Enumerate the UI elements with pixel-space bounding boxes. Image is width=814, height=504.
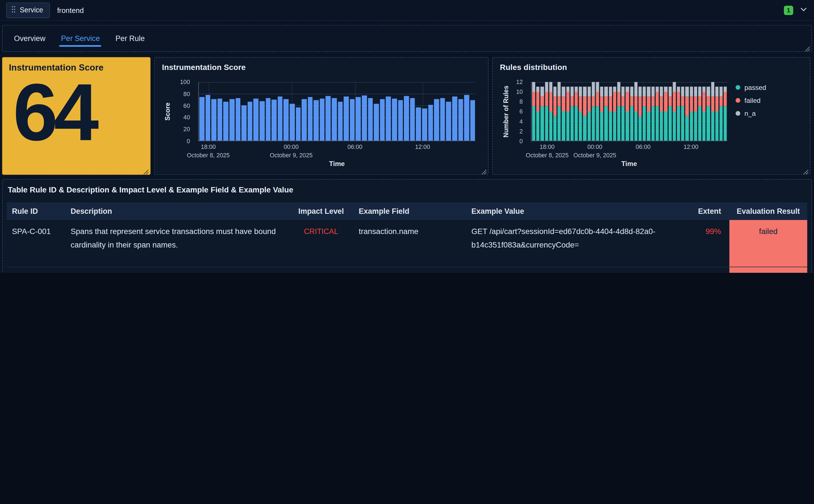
stack-segment-failed (588, 97, 591, 111)
stack-segment-failed (570, 97, 573, 106)
stack-segment-passed (566, 111, 569, 140)
legend-label: failed (744, 97, 760, 105)
stack-segment-n_a (592, 82, 595, 97)
stack-segment-passed (532, 106, 535, 141)
stacked-bar (660, 82, 663, 141)
variable-label: Service (20, 6, 43, 14)
stack-segment-passed (681, 106, 684, 141)
stack-segment-passed (592, 106, 595, 141)
stack-segment-n_a (596, 82, 599, 92)
legend-dot-n-a (736, 111, 740, 116)
stack-segment-passed (664, 111, 667, 140)
stack-segment-failed (575, 92, 578, 106)
stack-segment-failed (617, 92, 620, 106)
score-bar (434, 99, 439, 140)
stacked-bar (554, 82, 557, 141)
column-header-extent[interactable]: Extent (671, 207, 729, 215)
stack-segment-passed (588, 111, 591, 140)
stack-segment-n_a (609, 87, 612, 97)
tab-overview[interactable]: Overview (14, 25, 46, 51)
legend-item-passed[interactable]: passed (736, 83, 766, 91)
score-bar (229, 99, 234, 140)
table-row: SPA-C-001 Spans that represent service t… (7, 220, 807, 267)
stack-segment-failed (592, 97, 595, 106)
stack-segment-n_a (720, 87, 723, 97)
table-row: MET-001 Metric attributes have bound car… (7, 267, 807, 273)
stack-segment-n_a (583, 87, 586, 97)
stacked-bar (558, 82, 561, 141)
column-header-example-value[interactable]: Example Value (466, 207, 672, 215)
stack-segment-n_a (660, 87, 663, 97)
score-bar (374, 104, 379, 140)
y-tick-label: 4 (520, 118, 523, 124)
resize-handle[interactable] (481, 168, 487, 173)
stack-segment-failed (715, 97, 718, 111)
stack-segment-n_a (575, 87, 578, 92)
variable-value[interactable]: frontend (57, 6, 84, 14)
legend-label: passed (744, 83, 766, 91)
column-header-impact-level[interactable]: Impact Level (289, 207, 353, 215)
column-header-description[interactable]: Description (65, 207, 289, 215)
stack-segment-failed (579, 97, 582, 111)
stacked-bar (651, 82, 654, 141)
stack-segment-passed (702, 111, 706, 140)
stack-segment-passed (698, 106, 701, 141)
stack-segment-passed (656, 106, 659, 141)
selection-count-badge[interactable]: 1 (784, 5, 793, 15)
score-bar (452, 97, 457, 141)
column-header-rule-id[interactable]: Rule ID (7, 207, 65, 215)
resize-handle[interactable] (143, 168, 149, 173)
stack-segment-passed (600, 111, 603, 140)
stacked-bar (656, 82, 659, 141)
score-bar (248, 102, 253, 141)
column-header-evaluation-result[interactable]: Evaluation Result (729, 207, 807, 215)
legend-dot-passed (736, 85, 740, 90)
stack-segment-passed (609, 111, 612, 140)
tab-per-service[interactable]: Per Service (61, 25, 100, 51)
stack-segment-failed (532, 92, 535, 106)
chevron-down-icon[interactable] (799, 5, 808, 15)
stacked-bar (720, 82, 723, 141)
legend-item-failed[interactable]: failed (736, 97, 766, 105)
stack-segment-n_a (605, 87, 608, 97)
stacked-bar (588, 82, 591, 141)
score-bar (440, 98, 445, 140)
resize-handle[interactable] (803, 168, 809, 173)
cell-impact-level: IMPORTANT (289, 267, 353, 273)
stack-segment-failed (541, 97, 544, 106)
score-bar (332, 98, 337, 140)
score-bar (464, 95, 469, 141)
table-title: Table Rule ID & Description & Impact Lev… (3, 180, 811, 194)
score-bar (289, 104, 294, 140)
service-variable-chip[interactable]: Service (6, 2, 50, 18)
resize-handle[interactable] (805, 45, 810, 50)
stacked-bar (626, 82, 629, 141)
stack-segment-passed (724, 106, 727, 141)
stacked-bar (647, 82, 650, 141)
stack-segment-n_a (681, 87, 684, 97)
stack-segment-passed (694, 111, 697, 140)
column-header-example-field[interactable]: Example Field (353, 207, 466, 215)
stack-segment-failed (549, 92, 552, 112)
tab-label: Per Rule (115, 34, 145, 43)
legend-item-n-a[interactable]: n_a (736, 110, 766, 117)
stack-segment-failed (664, 92, 667, 112)
stacked-bar (562, 82, 565, 141)
stack-segment-failed (694, 97, 697, 111)
drag-handle-icon[interactable] (12, 5, 16, 15)
stack-segment-passed (596, 106, 599, 141)
rules-table-panel: Table Rule ID & Description & Impact Lev… (2, 179, 812, 273)
y-tick-label: 80 (183, 91, 190, 97)
x-axis-title: Time (198, 160, 476, 168)
stacked-bar (724, 82, 727, 141)
stacked-bar (566, 82, 569, 141)
stack-segment-passed (634, 111, 638, 140)
stack-segment-passed (626, 111, 629, 140)
stack-segment-failed (605, 97, 608, 106)
stack-segment-n_a (694, 87, 697, 97)
stacked-bar (613, 82, 616, 141)
tab-per-rule[interactable]: Per Rule (115, 25, 145, 51)
stack-segment-n_a (630, 87, 633, 97)
score-bar (398, 100, 403, 141)
cell-evaluation-result: failed (729, 267, 807, 273)
